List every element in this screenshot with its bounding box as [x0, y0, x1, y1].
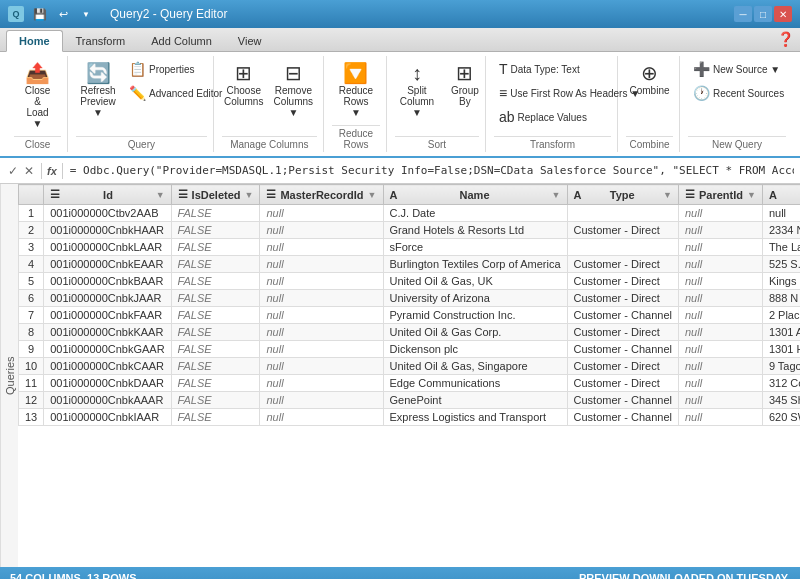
ribbon-group-transform: T Data Type: Text ≡ Use First Row As Hea… — [488, 56, 618, 152]
data-type-label: Data Type: Text — [511, 64, 580, 75]
help-icon[interactable]: ❓ — [777, 31, 794, 51]
title-bar-title: Query2 - Query Editor — [110, 7, 227, 21]
formula-input[interactable]: = Odbc.Query("Provider=MSDASQL.1;Persist… — [70, 164, 794, 177]
col-header-id[interactable]: ☰ Id ▼ — [44, 185, 171, 205]
close-button[interactable]: ✕ — [774, 6, 792, 22]
qa-undo-button[interactable]: ↩ — [53, 5, 73, 23]
ribbon-group-reduce-rows-label: Reduce Rows — [332, 125, 380, 150]
col-header-parentid[interactable]: ☰ ParentId ▼ — [678, 185, 762, 205]
formula-bar: ✓ ✕ fx = Odbc.Query("Provider=MSDASQL.1;… — [0, 158, 800, 184]
group-by-button[interactable]: ⊞ GroupBy — [443, 58, 487, 112]
ribbon-group-manage-columns-content: ⊞ ChooseColumns ⊟ RemoveColumns ▼ — [222, 58, 317, 134]
title-bar-left: Q 💾 ↩ ▼ Query2 - Query Editor — [8, 5, 227, 23]
refresh-preview-button[interactable]: 🔄 RefreshPreview ▼ — [76, 58, 120, 123]
group-by-icon: ⊞ — [456, 63, 473, 83]
col-header-type[interactable]: A Type ▼ — [567, 185, 678, 205]
remove-columns-button[interactable]: ⊟ RemoveColumns ▼ — [270, 58, 317, 123]
reduce-rows-button[interactable]: 🔽 ReduceRows ▼ — [332, 58, 380, 123]
split-column-label: SplitColumn ▼ — [400, 85, 434, 118]
ribbon-group-reduce-rows: 🔽 ReduceRows ▼ Reduce Rows — [326, 56, 387, 152]
table-row: 13001i000000CnbkIAARFALSEnullExpress Log… — [19, 409, 801, 426]
col-header-isdeleted[interactable]: ☰ IsDeleted ▼ — [171, 185, 260, 205]
new-source-label: New Source ▼ — [713, 64, 780, 75]
combine-label: Combine — [629, 85, 669, 96]
replace-values-label: Replace Values — [518, 112, 587, 123]
queries-sidebar[interactable]: Queries — [0, 184, 18, 567]
table-row: 10001i000000CnbkCAARFALSEnullUnited Oil … — [19, 358, 801, 375]
data-grid-container[interactable]: ☰ Id ▼ ☰ IsDeleted ▼ — [18, 184, 800, 567]
remove-columns-icon: ⊟ — [285, 63, 302, 83]
ribbon: 📤 Close &Load ▼ Close 🔄 RefreshPreview ▼… — [0, 52, 800, 158]
status-left: 54 COLUMNS, 13 ROWS — [10, 572, 137, 579]
properties-icon: 📋 — [129, 61, 146, 77]
tab-home[interactable]: Home — [6, 30, 63, 52]
tab-add-column[interactable]: Add Column — [138, 30, 225, 51]
table-row: 4001i000000CnbkEAARFALSEnullBurlington T… — [19, 256, 801, 273]
ribbon-group-sort: ↕ SplitColumn ▼ ⊞ GroupBy Sort — [389, 56, 486, 152]
ribbon-group-manage-columns-label: Manage Columns — [222, 136, 317, 150]
ribbon-group-transform-label: Transform — [494, 136, 611, 150]
col-header-billingstreet[interactable]: A BillingStreet ▼ — [762, 185, 800, 205]
table-row: 6001i000000CnbkJAARFALSEnullUniversity o… — [19, 290, 801, 307]
grid-body: 1001i000000Ctbv2AABFALSEnullC.J. Datenul… — [19, 205, 801, 426]
ribbon-group-manage-columns: ⊞ ChooseColumns ⊟ RemoveColumns ▼ Manage… — [216, 56, 324, 152]
col-header-billingstreet-content: A BillingStreet ▼ — [769, 189, 800, 201]
ribbon-group-new-query-content: ➕ New Source ▼ 🕐 Recent Sources — [688, 58, 786, 134]
table-row: 9001i000000CnbkGAARFALSEnullDickenson pl… — [19, 341, 801, 358]
combine-button[interactable]: ⊕ Combine — [626, 58, 673, 101]
quick-access-toolbar: 💾 ↩ ▼ — [30, 5, 96, 23]
column-headers-row: ☰ Id ▼ ☰ IsDeleted ▼ — [19, 185, 801, 205]
close-load-button[interactable]: 📤 Close &Load ▼ — [14, 58, 61, 134]
ribbon-group-new-query-label: New Query — [688, 136, 786, 150]
col-header-parentid-content: ☰ ParentId ▼ — [685, 188, 756, 201]
table-row: 2001i000000CnbkHAARFALSEnullGrand Hotels… — [19, 222, 801, 239]
split-column-icon: ↕ — [412, 63, 422, 83]
recent-sources-label: Recent Sources — [713, 88, 784, 99]
recent-sources-button[interactable]: 🕐 Recent Sources — [688, 82, 789, 104]
data-grid: ☰ Id ▼ ☰ IsDeleted ▼ — [18, 184, 800, 426]
recent-sources-icon: 🕐 — [693, 85, 710, 101]
close-load-icon: 📤 — [25, 63, 50, 83]
col-name-sort-icon: ▼ — [552, 190, 561, 200]
properties-label: Properties — [149, 64, 195, 75]
group-by-label: GroupBy — [451, 85, 479, 107]
choose-columns-label: ChooseColumns — [224, 85, 263, 107]
col-isdeleted-sort-icon: ▼ — [245, 190, 254, 200]
formula-divider — [41, 163, 42, 179]
col-header-name[interactable]: A Name ▼ — [383, 185, 567, 205]
qa-save-button[interactable]: 💾 — [30, 5, 50, 23]
data-type-icon: T — [499, 61, 508, 77]
choose-columns-button[interactable]: ⊞ ChooseColumns — [222, 58, 266, 112]
formula-cross-icon[interactable]: ✕ — [22, 162, 36, 180]
tab-view[interactable]: View — [225, 30, 275, 51]
col-id-sort-icon: ▼ — [156, 190, 165, 200]
ribbon-group-close-content: 📤 Close &Load ▼ — [14, 58, 61, 134]
col-parentid-sort-icon: ▼ — [747, 190, 756, 200]
ribbon-group-query: 🔄 RefreshPreview ▼ 📋 Properties ✏️ Advan… — [70, 56, 214, 152]
close-load-label: Close &Load ▼ — [21, 85, 54, 129]
split-column-button[interactable]: ↕ SplitColumn ▼ — [395, 58, 439, 123]
minimize-button[interactable]: ─ — [734, 6, 752, 22]
formula-check-icon[interactable]: ✓ — [6, 162, 20, 180]
col-header-name-content: A Name ▼ — [390, 189, 561, 201]
ribbon-group-close: 📤 Close &Load ▼ Close — [8, 56, 68, 152]
qa-dropdown-button[interactable]: ▼ — [76, 5, 96, 23]
choose-columns-icon: ⊞ — [235, 63, 252, 83]
formula-icons: ✓ ✕ fx — [6, 162, 66, 180]
remove-columns-label: RemoveColumns ▼ — [274, 85, 313, 118]
table-row: 5001i000000CnbkBAARFALSEnullUnited Oil &… — [19, 273, 801, 290]
advanced-editor-button[interactable]: ✏️ Advanced Editor — [124, 82, 227, 104]
ribbon-group-query-content: 🔄 RefreshPreview ▼ 📋 Properties ✏️ Advan… — [76, 58, 207, 134]
tab-transform[interactable]: Transform — [63, 30, 139, 51]
col-header-masterrecordid[interactable]: ☰ MasterRecordId ▼ — [260, 185, 383, 205]
ribbon-group-combine-label: Combine — [626, 136, 673, 150]
maximize-button[interactable]: □ — [754, 6, 772, 22]
ribbon-group-new-query: ➕ New Source ▼ 🕐 Recent Sources New Quer… — [682, 56, 792, 152]
table-row: 11001i000000CnbkDAARFALSEnullEdge Commun… — [19, 375, 801, 392]
properties-button[interactable]: 📋 Properties — [124, 58, 227, 80]
editor-icon: ✏️ — [129, 85, 146, 101]
table-row: 3001i000000CnbkLAARFALSEnullsForcenullTh… — [19, 239, 801, 256]
ribbon-group-close-label: Close — [14, 136, 61, 150]
col-header-type-content: A Type ▼ — [574, 189, 672, 201]
new-source-button[interactable]: ➕ New Source ▼ — [688, 58, 789, 80]
